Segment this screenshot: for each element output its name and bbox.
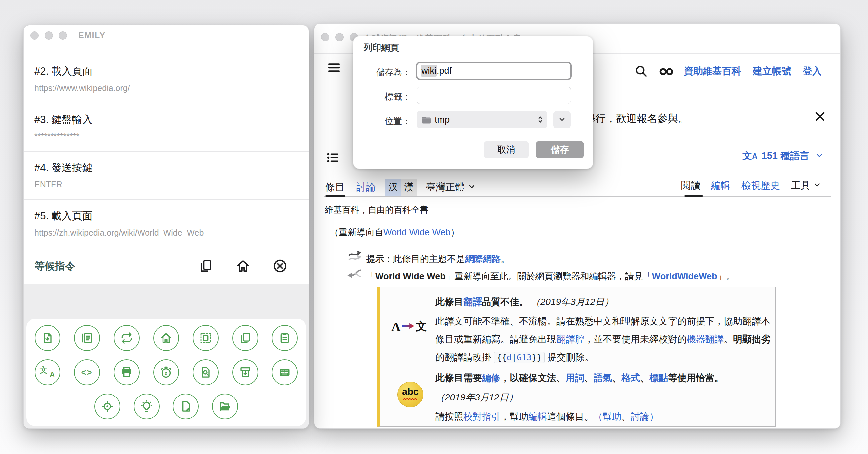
- hatnote: 「World Wide Web」重新導向至此。關於網頁瀏覽器和編輯器，請見「Wo…: [366, 270, 735, 282]
- chevron-down-icon: [465, 182, 476, 193]
- dialog-title: 列印網頁: [363, 41, 399, 54]
- header-actions: 資助維基百科 建立帳號 登入: [634, 64, 822, 79]
- login-link[interactable]: 登入: [803, 65, 822, 78]
- minimize-window-button[interactable]: [335, 33, 344, 41]
- language-selector[interactable]: 文A 151 種語言: [742, 149, 824, 162]
- status-bar: 等候指令: [24, 248, 309, 284]
- inspect-page-icon[interactable]: [193, 359, 219, 385]
- edit-script-icon[interactable]: [173, 394, 199, 419]
- hatnote: 提示：此條目的主題不是網際網路。: [366, 253, 510, 265]
- chevron-down-icon: [813, 151, 824, 161]
- variant-toggle[interactable]: 汉 漢: [385, 179, 417, 196]
- automation-step-row[interactable]: #3. 鍵盤輸入**************: [24, 103, 309, 152]
- close-window-button[interactable]: [30, 31, 38, 39]
- location-dropdown[interactable]: tmp: [417, 111, 547, 128]
- keyboard-icon[interactable]: [272, 359, 298, 385]
- zoom-window-button[interactable]: [59, 31, 67, 39]
- variant-traditional[interactable]: 漢: [401, 179, 417, 196]
- step-title: #3. 鍵盤輸入: [34, 103, 309, 127]
- emily-window: EMILY #2. 載入頁面https://www.wikipedia.org/…: [23, 25, 309, 429]
- load-page-icon[interactable]: [35, 325, 60, 351]
- copyedit-notice: abc 此條目需要編修，以確保文法、用詞、語氣、格式、標點等使用恰當。 （201…: [377, 363, 776, 427]
- tab-edit[interactable]: 編輯: [711, 179, 731, 192]
- idea-icon[interactable]: [133, 394, 159, 419]
- red-zigzag-icon: [403, 396, 418, 402]
- notice-body: 請按照校對指引，幫助編輯這個條目。（幫助、討論）: [435, 411, 773, 423]
- print-icon[interactable]: [114, 359, 140, 385]
- page-tabs: 條目 討論 汉 漢 臺灣正體: [326, 179, 476, 196]
- tab-read[interactable]: 閱讀: [681, 179, 700, 192]
- notice-title: 此條目翻譯品質不佳。 （2019年3月12日）: [435, 287, 773, 308]
- active-tab-underline: [326, 195, 345, 197]
- spellcheck-icon: abc: [398, 382, 423, 407]
- automation-step-row[interactable]: #4. 發送按鍵ENTER: [24, 152, 309, 200]
- translation-quality-notice: A 文 此條目翻譯品質不佳。 （2019年3月12日） 此譯文可能不準確、不流暢…: [377, 287, 776, 363]
- tab-tools[interactable]: 工具: [791, 179, 822, 192]
- automation-step-row[interactable]: #5. 載入頁面https://zh.wikipedia.org/wiki/Wo…: [24, 200, 309, 248]
- home-icon[interactable]: [153, 325, 179, 351]
- actions-panel: 文A<>z: [26, 319, 306, 426]
- search-icon[interactable]: [634, 64, 648, 79]
- step-title: #2. 載入頁面: [34, 55, 309, 79]
- code-icon[interactable]: <>: [74, 359, 100, 385]
- tab-talk[interactable]: 討論: [356, 181, 375, 194]
- clipboard-icon[interactable]: [272, 325, 298, 351]
- wait-timer-icon[interactable]: z: [153, 359, 179, 385]
- traffic-lights: [321, 33, 358, 41]
- locate-icon[interactable]: [94, 394, 120, 419]
- hamburger-menu-icon[interactable]: [327, 61, 341, 75]
- duplicate-icon[interactable]: [232, 325, 258, 351]
- site-notice-text: 舉行，歡迎報名參與。: [585, 112, 688, 126]
- close-icon[interactable]: [813, 109, 828, 124]
- redirect-note: （重新導向自World Wide Web）: [330, 226, 460, 238]
- home-icon[interactable]: [235, 258, 251, 274]
- cancel-button[interactable]: 取消: [484, 141, 529, 158]
- variant-simplified[interactable]: 汉: [385, 179, 401, 196]
- appearance-icon[interactable]: [658, 64, 672, 79]
- repeat-icon[interactable]: [114, 325, 140, 351]
- location-value: tmp: [435, 115, 537, 125]
- copy-pages-icon[interactable]: [198, 258, 213, 274]
- traffic-lights: [30, 31, 67, 39]
- close-window-button[interactable]: [321, 33, 329, 41]
- minimize-window-button[interactable]: [44, 31, 53, 39]
- divider: [324, 196, 831, 197]
- translate-warning-icon: A 文: [392, 319, 427, 334]
- chevron-down-icon: [558, 115, 566, 124]
- previous-step-partial-row: [24, 45, 309, 55]
- automation-step-row[interactable]: #2. 載入頁面https://www.wikipedia.org/: [24, 55, 309, 103]
- active-tab-underline: [684, 195, 703, 197]
- step-title: #5. 載入頁面: [34, 200, 309, 223]
- save-button[interactable]: 儲存: [536, 141, 584, 158]
- actions-tray: 文A<>z: [24, 284, 309, 428]
- svg-text:z: z: [165, 370, 167, 376]
- tab-article[interactable]: 條目: [326, 181, 345, 194]
- step-detail: https://zh.wikipedia.org/wiki/World_Wide…: [34, 223, 309, 238]
- variant-dropdown[interactable]: 臺灣正體: [426, 181, 476, 194]
- filename-input[interactable]: wiki.pdf: [416, 62, 571, 80]
- tab-history[interactable]: 檢視歷史: [741, 179, 780, 192]
- chevron-down-icon: [810, 180, 822, 191]
- step-detail: ENTER: [34, 175, 309, 189]
- translate-icon[interactable]: 文A: [35, 359, 60, 385]
- donate-link[interactable]: 資助維基百科: [684, 65, 741, 78]
- tags-input[interactable]: [417, 87, 571, 104]
- tags-label: 標籤：: [353, 91, 411, 103]
- redirect-merge-icon: [346, 267, 362, 282]
- archive-download-icon[interactable]: [232, 359, 258, 385]
- notice-date: （2019年3月12日）: [435, 392, 773, 403]
- language-count-label: 151 種語言: [762, 149, 809, 162]
- create-account-link[interactable]: 建立帳號: [753, 65, 791, 78]
- contents-list-icon[interactable]: [326, 151, 340, 165]
- expand-dialog-button[interactable]: [553, 111, 570, 128]
- form-fill-icon[interactable]: [74, 325, 100, 351]
- folder-icon: [422, 115, 431, 124]
- stop-icon[interactable]: [273, 258, 288, 274]
- capture-element-icon[interactable]: [193, 325, 219, 351]
- status-text: 等候指令: [34, 259, 75, 273]
- selected-text: wiki: [421, 65, 437, 77]
- notice-body: 此譯文可能不準確、不流暢。請在熟悉中文和理解原文文字的前提下，協助翻譯本條目或重…: [435, 312, 773, 367]
- gradient-arrow-icon: [400, 323, 416, 331]
- open-folder-icon[interactable]: [212, 394, 238, 419]
- site-tagline: 維基百科，自由的百科全書: [325, 204, 428, 216]
